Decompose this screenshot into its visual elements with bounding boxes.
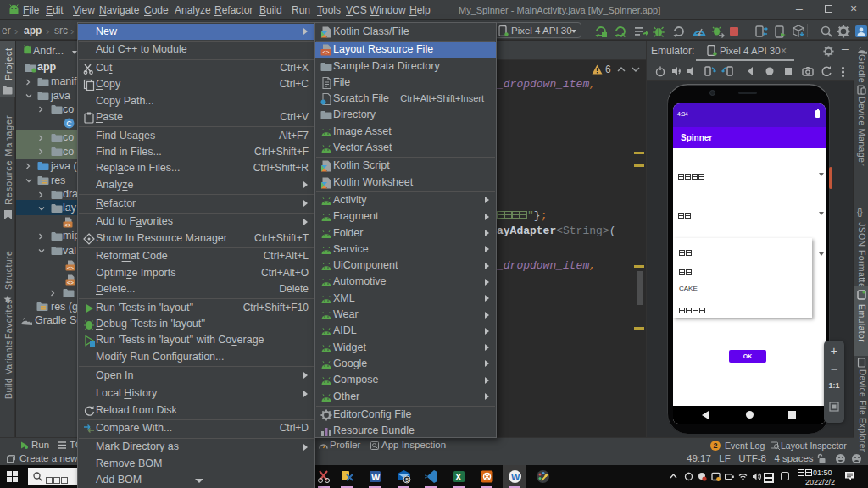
svg-text:<>: <> [323, 50, 330, 56]
svg-text:<>: <> [67, 265, 74, 271]
svg-text:W: W [371, 472, 381, 482]
svg-text:<>: <> [67, 280, 74, 286]
svg-text:C: C [66, 119, 72, 128]
svg-text:<>: <> [64, 222, 71, 228]
svg-text:5: 5 [405, 477, 409, 483]
svg-text:X: X [455, 472, 462, 482]
svg-text:A: A [620, 31, 626, 38]
svg-text:W: W [511, 472, 520, 482]
